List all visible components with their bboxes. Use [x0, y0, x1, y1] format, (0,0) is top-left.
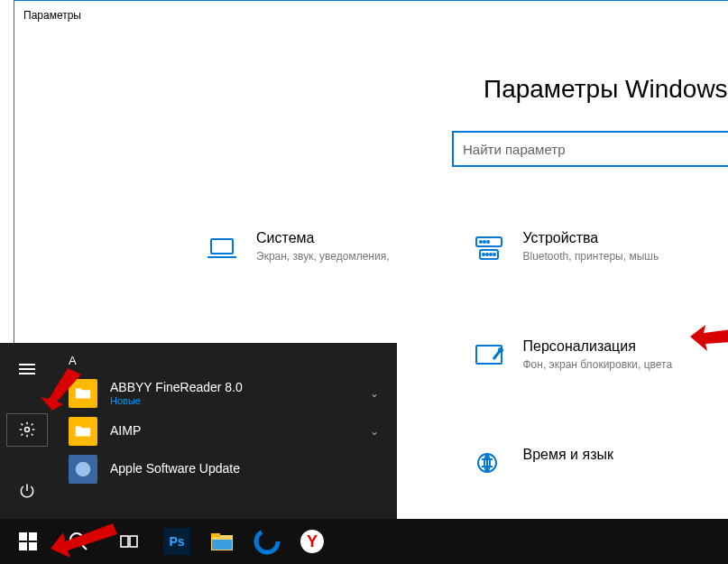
category-title: Система	[256, 230, 389, 246]
svg-rect-17	[130, 536, 137, 547]
power-icon	[18, 482, 36, 500]
search-button[interactable]	[54, 520, 103, 563]
svg-point-11	[499, 348, 502, 352]
edge-icon	[253, 528, 281, 555]
taskbar-app-yandex[interactable]: Y	[290, 523, 334, 559]
app-name: Apple Software Update	[110, 462, 240, 476]
titlebar: Параметры	[14, 1, 728, 30]
search-wrap	[452, 131, 728, 167]
svg-rect-16	[121, 536, 128, 547]
windows-icon	[19, 532, 37, 550]
app-subtitle: Новые	[110, 395, 243, 406]
settings-button[interactable]	[6, 413, 48, 448]
category-desc: Экран, звук, уведомления,	[256, 250, 389, 263]
svg-point-3	[484, 241, 485, 243]
taskbar-app-explorer[interactable]	[200, 523, 244, 559]
category-title: Персонализация	[523, 338, 673, 355]
start-button[interactable]	[4, 520, 52, 563]
svg-rect-0	[211, 239, 233, 254]
personalization-icon	[471, 338, 507, 374]
svg-rect-22	[212, 540, 232, 550]
taskview-icon	[118, 531, 140, 552]
folder-icon	[69, 379, 97, 408]
svg-point-4	[487, 241, 489, 243]
search-icon	[68, 531, 89, 552]
power-button[interactable]	[6, 474, 48, 508]
yandex-icon: Y	[299, 528, 326, 555]
category-desc: Фон, экран блокировки, цвета	[523, 358, 673, 371]
update-icon	[69, 455, 97, 484]
taskbar-app-photoshop[interactable]: Ps	[155, 523, 198, 559]
hamburger-button[interactable]	[6, 352, 48, 386]
category-system[interactable]: Система Экран, звук, уведомления,	[204, 230, 444, 266]
category-time-language[interactable]: Время и язык	[471, 447, 711, 483]
svg-point-8	[490, 254, 492, 255]
devices-icon	[471, 230, 507, 266]
taskbar: Ps Y	[0, 519, 728, 564]
app-item[interactable]: Apple Software Update	[65, 450, 392, 488]
app-item[interactable]: AIMP ⌄	[65, 412, 392, 450]
chevron-down-icon: ⌄	[370, 387, 379, 400]
svg-point-15	[70, 533, 83, 546]
app-name: ABBYY FineReader 8.0	[110, 381, 243, 394]
svg-text:Ps: Ps	[169, 534, 184, 549]
window-title: Параметры	[23, 9, 81, 22]
category-devices[interactable]: Устройства Bluetooth, принтеры, мышь	[471, 230, 711, 266]
photoshop-icon: Ps	[163, 528, 190, 555]
section-letter[interactable]: A	[69, 354, 392, 367]
svg-point-2	[480, 241, 482, 243]
svg-rect-21	[211, 533, 220, 537]
svg-point-9	[493, 254, 495, 255]
apps-list[interactable]: A ABBYY FineReader 8.0 Новые ⌄ AIMP ⌄ Ap…	[54, 343, 397, 519]
taskbar-app-edge[interactable]	[245, 523, 289, 559]
category-title: Время и язык	[523, 447, 613, 463]
svg-point-13	[25, 428, 30, 432]
folder-icon	[69, 417, 97, 446]
app-item[interactable]: ABBYY FineReader 8.0 Новые ⌄	[65, 374, 392, 412]
svg-text:Y: Y	[307, 532, 318, 550]
time-language-icon	[471, 447, 507, 483]
chevron-down-icon: ⌄	[370, 425, 379, 438]
search-input[interactable]	[452, 131, 728, 167]
category-personalization[interactable]: Персонализация Фон, экран блокировки, цв…	[471, 338, 711, 374]
svg-point-23	[256, 531, 278, 552]
app-name: AIMP	[110, 424, 141, 438]
svg-point-7	[486, 254, 488, 255]
taskview-button[interactable]	[105, 520, 153, 563]
gear-icon	[18, 421, 36, 439]
hamburger-icon	[19, 364, 35, 374]
start-rail	[0, 343, 54, 519]
category-desc: Bluetooth, принтеры, мышь	[523, 250, 659, 263]
page-heading: Параметры Windows	[484, 75, 728, 104]
category-title: Устройства	[523, 230, 659, 246]
svg-point-6	[483, 254, 484, 255]
explorer-icon	[208, 528, 235, 555]
start-menu: A ABBYY FineReader 8.0 Новые ⌄ AIMP ⌄ Ap…	[0, 343, 397, 519]
laptop-icon	[204, 230, 240, 266]
